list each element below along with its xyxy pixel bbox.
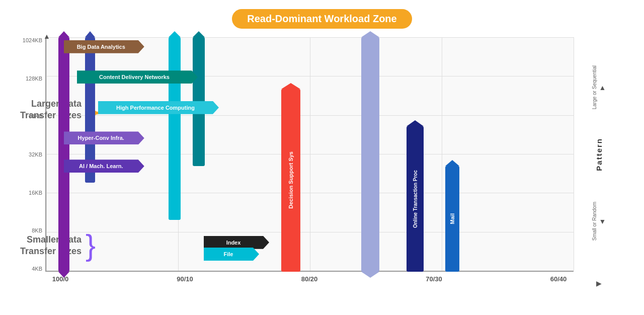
smaller-bracket-symbol: } [86,230,96,261]
smaller-text-line1: Smaller Data [27,234,82,246]
vbar-arrow-top-0 [58,31,69,37]
right-axis-bottom: Small or Random ▼ [592,171,606,272]
right-axis-small-label: Small or Random [592,202,597,241]
larger-label-block: Larger Data Transfer Sizes [20,98,82,122]
right-axis-labels: Large or Sequential ▲ Pattern Small or R… [574,37,624,272]
outer-container: Larger Data Smaller Data Read-Dominant W… [0,0,644,315]
larger-text-line1: Larger Data [31,98,82,110]
smaller-label-block: Smaller Data Transfer Sizes [20,234,82,258]
x-label-60: 60/40 [543,275,574,283]
larger-bracket-symbol: } [86,90,99,130]
down-arrow: ▼ [599,217,606,225]
chart-grid [45,37,574,272]
y-axis-arrow: ▲ [43,32,50,40]
vbar-arrow-top-2 [169,31,181,37]
larger-bracket: Larger Data Transfer Sizes } [20,59,99,160]
x-label-70: 70/30 [419,275,449,283]
banner-text: Read-Dominant Workload Zone [232,9,412,29]
right-axis-arrows-bottom: ▼ [599,217,606,225]
right-axis-large-label: Large or Sequential [592,65,597,109]
grid-line-v-1 [178,37,179,271]
grid-line-v-2 [310,37,310,271]
main-wrapper: Larger Data Smaller Data Read-Dominant W… [20,9,624,306]
x-label-80: 80/20 [294,275,325,283]
top-banner: Read-Dominant Workload Zone [45,9,599,29]
right-axis-top: Large or Sequential ▲ [592,37,606,138]
up-arrow: ▲ [599,84,606,92]
grid-line-v-3 [442,37,442,271]
x-axis: 100/0 90/10 80/20 70/30 60/40 [45,272,574,286]
pattern-label: Pattern [595,138,603,171]
larger-text-line2: Transfer Sizes [20,110,82,121]
chart-area: Read-Dominant Workload Zone ▲ ▶ 4KB 8KB … [20,9,624,306]
y-label-1024kb: 1024KB [23,37,42,43]
vbar-arrow-top-1 [85,31,95,37]
vbar-arrow-top-3 [193,31,205,37]
x-label-90: 90/10 [170,275,200,283]
right-axis-arrows-top: ▲ [599,84,606,92]
pattern-text: Pattern [595,138,603,171]
smaller-bracket: Smaller Data Transfer Sizes } [20,205,96,286]
smaller-text-line2: Transfer Sizes [20,246,82,257]
x-axis-arrow: ▶ [596,279,602,287]
y-label-16kb: 16KB [29,190,42,196]
vbar-arrow-top-4 [361,31,379,37]
